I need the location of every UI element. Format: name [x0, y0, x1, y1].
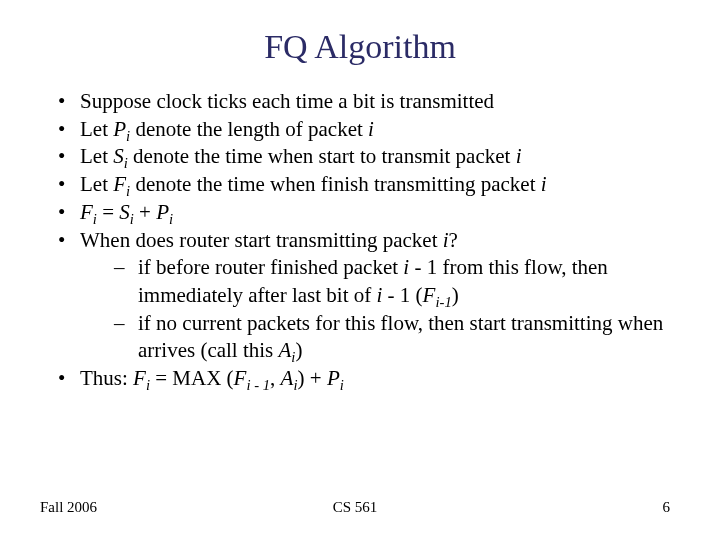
b4-pre: Let — [80, 172, 113, 196]
sub-i: i — [169, 211, 173, 227]
sub-bullet-2: if no current packets for this flow, the… — [80, 310, 670, 365]
slide-footer: Fall 2006 CS 561 6 — [0, 499, 720, 516]
bullet-list: Suppose clock ticks each time a bit is t… — [50, 88, 670, 393]
s2-b: ) — [295, 338, 302, 362]
slide: FQ Algorithm Suppose clock ticks each ti… — [0, 0, 720, 540]
sym-F: F — [234, 366, 247, 390]
eq-b: + — [134, 200, 156, 224]
s1-d: ) — [452, 283, 459, 307]
sym-F: F — [113, 172, 126, 196]
b7-d: ) + — [298, 366, 327, 390]
s1-c: - 1 ( — [382, 283, 422, 307]
b4-mid: denote the time when finish transmitting… — [130, 172, 541, 196]
footer-center: CS 561 — [40, 499, 670, 516]
eq-a: = — [97, 200, 119, 224]
bullet-5: Fi = Si + Pi — [50, 199, 670, 227]
s1-a: if before router finished packet — [138, 255, 403, 279]
sub-i-sp-m1: i - 1 — [246, 377, 270, 393]
var-i: i — [368, 117, 374, 141]
s2-a: if no current packets for this flow, the… — [138, 311, 663, 363]
bullet-1: Suppose clock ticks each time a bit is t… — [50, 88, 670, 116]
b3-pre: Let — [80, 144, 113, 168]
bullet-6: When does router start transmitting pack… — [50, 227, 670, 366]
sym-P: P — [156, 200, 169, 224]
sym-P: P — [327, 366, 340, 390]
bullet-2: Let Pi denote the length of packet i — [50, 116, 670, 144]
footer-right: 6 — [663, 499, 671, 516]
sym-A: A — [281, 366, 294, 390]
b2-mid: denote the length of packet — [130, 117, 368, 141]
b6-pre: When does router start transmitting pack… — [80, 228, 443, 252]
b7-a: Thus: — [80, 366, 133, 390]
sub-bullet-list: if before router finished packet i - 1 f… — [80, 254, 670, 365]
sub-bullet-1: if before router finished packet i - 1 f… — [80, 254, 670, 309]
sym-F: F — [133, 366, 146, 390]
sym-F: F — [80, 200, 93, 224]
b7-b: = MAX ( — [150, 366, 234, 390]
sub-im1: i-1 — [435, 294, 451, 310]
b7-c: , — [270, 366, 281, 390]
bullet-4: Let Fi denote the time when finish trans… — [50, 171, 670, 199]
sym-S: S — [113, 144, 124, 168]
sub-i: i — [340, 377, 344, 393]
var-i: i — [541, 172, 547, 196]
sym-S: S — [119, 200, 130, 224]
b2-pre: Let — [80, 117, 113, 141]
sym-P: P — [113, 117, 126, 141]
slide-title: FQ Algorithm — [50, 28, 670, 66]
bullet-1-text: Suppose clock ticks each time a bit is t… — [80, 89, 494, 113]
var-i: i — [516, 144, 522, 168]
b6-post: ? — [449, 228, 458, 252]
bullet-7: Thus: Fi = MAX (Fi - 1, Ai) + Pi — [50, 365, 670, 393]
b3-mid: denote the time when start to transmit p… — [128, 144, 516, 168]
bullet-3: Let Si denote the time when start to tra… — [50, 143, 670, 171]
footer-left: Fall 2006 — [40, 499, 97, 516]
slide-body: Suppose clock ticks each time a bit is t… — [50, 88, 670, 393]
sym-F: F — [423, 283, 436, 307]
sym-A: A — [279, 338, 292, 362]
